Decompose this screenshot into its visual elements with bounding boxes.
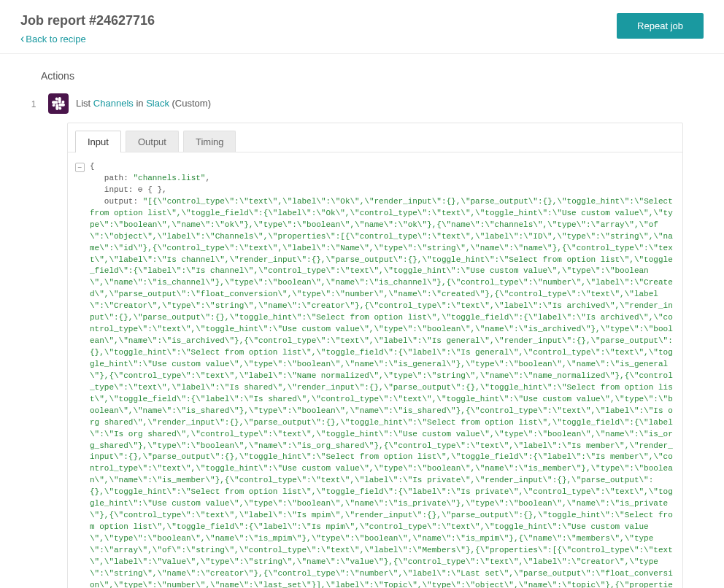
- page-title: Job report #24627716: [20, 13, 155, 28]
- step-detail-card: Input Output Timing − { path: "channels.…: [67, 123, 683, 588]
- step-number: 1: [26, 93, 41, 109]
- tab-output[interactable]: Output: [126, 131, 179, 152]
- collapse-toggle-icon[interactable]: −: [75, 163, 85, 172]
- step-title: List Channels in Slack (Custom): [76, 93, 211, 109]
- slack-icon: [48, 93, 69, 114]
- tabs: Input Output Timing: [68, 123, 682, 152]
- tab-timing[interactable]: Timing: [183, 131, 236, 152]
- tab-input[interactable]: Input: [75, 131, 121, 152]
- channels-link[interactable]: Channels: [93, 98, 134, 109]
- code-panel: − { path: "channels.list", input: ⊖ { },…: [68, 152, 682, 588]
- action-step: 1 List Channels in Slack (Custom): [26, 93, 683, 114]
- input-code: { path: "channels.list", input: ⊖ { }, o…: [90, 161, 674, 588]
- slack-link[interactable]: Slack: [146, 98, 169, 109]
- section-heading: Actions: [41, 70, 683, 82]
- actions-section: Actions 1 List Channels in Slack (Custom…: [0, 54, 724, 588]
- repeat-job-button[interactable]: Repeat job: [617, 13, 704, 39]
- back-to-recipe-link[interactable]: Back to recipe: [20, 33, 155, 45]
- page-header: Job report #24627716 Back to recipe Repe…: [0, 0, 724, 54]
